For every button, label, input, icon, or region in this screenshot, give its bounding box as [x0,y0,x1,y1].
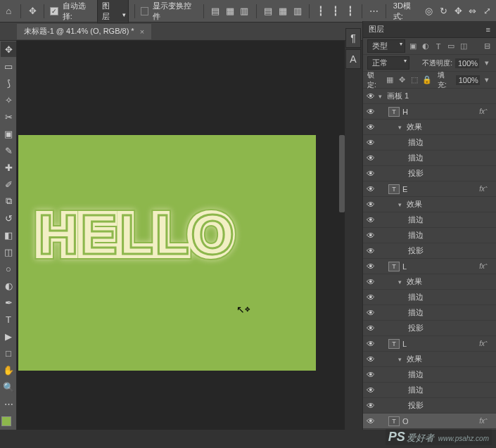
3d-pan-icon[interactable]: ✥ [452,5,464,18]
visibility-eye-icon[interactable]: 👁 [363,339,379,349]
visibility-eye-icon[interactable]: 👁 [363,184,379,194]
fx-badge[interactable]: fx [479,340,485,347]
visibility-eye-icon[interactable]: 👁 [363,293,379,302]
canvas-text-hello[interactable]: HELLO [37,203,234,267]
crop-tool[interactable]: ✂ [1,109,16,124]
effects-row[interactable]: 👁▾效果 [363,197,496,212]
shadow-effect-row[interactable]: 👁投影 [363,166,496,181]
magic-wand-tool[interactable]: ✧ [1,92,16,108]
visibility-eye-icon[interactable]: 👁 [363,231,379,241]
history-brush-tool[interactable]: ↺ [1,210,16,226]
opacity-chevron-icon[interactable]: ▾ [482,58,492,68]
text-layer-row[interactable]: 👁TLfx˄ [363,336,496,352]
layers-panel-header[interactable]: 图层 ≡ [363,21,496,38]
canvas-area[interactable]: HELLO ↖✥ [17,41,345,430]
distribute-h-icon[interactable]: ┇ [315,5,327,18]
home-icon[interactable]: ⌂ [3,5,15,18]
eyedropper-tool[interactable]: ✎ [1,143,16,158]
text-layer-row[interactable]: 👁THfx˄ [363,104,496,120]
stroke-effect-row[interactable]: 👁描边 [363,367,496,383]
pen-tool[interactable]: ✒ [1,295,16,310]
fill-chevron-icon[interactable]: ▾ [483,75,492,85]
frame-tool[interactable]: ▣ [1,126,16,141]
lock-artboard-icon[interactable]: ⬚ [410,75,419,85]
visibility-eye-icon[interactable]: 👁 [363,138,379,148]
expand-chevron-icon[interactable]: ▾ [398,124,407,131]
filter-type-icon[interactable]: T [433,41,443,51]
expand-chevron-icon[interactable]: ▾ [398,201,407,208]
fill-value[interactable]: 100% [456,75,480,85]
stroke-effect-row[interactable]: 👁描边 [363,135,496,151]
overflow-icon[interactable]: ⋯ [368,5,380,18]
healing-tool[interactable]: ✚ [1,160,16,175]
visibility-eye-icon[interactable]: 👁 [363,308,379,318]
visibility-eye-icon[interactable]: 👁 [363,153,379,163]
panel-menu-icon[interactable]: ≡ [486,25,490,34]
expand-chevron-icon[interactable]: ▾ [379,93,387,100]
layer-tree[interactable]: 👁▾画板 1👁THfx˄👁▾效果👁描边👁描边👁投影👁TEfx˄👁▾效果👁描边👁描… [363,89,496,430]
shadow-effect-row[interactable]: 👁投影 [363,321,496,336]
stamp-tool[interactable]: ⧉ [1,193,16,209]
fx-badge[interactable]: fx [479,108,485,115]
dodge-tool[interactable]: ◐ [1,278,16,293]
3d-orbit-icon[interactable]: ◎ [423,5,435,18]
expand-chevron-icon[interactable]: ▾ [398,356,407,363]
text-layer-row[interactable]: 👁TLfx˄ [363,259,496,274]
expand-chevron-icon[interactable]: ▾ [398,279,407,286]
artboard-canvas[interactable]: HELLO ↖✥ [18,135,316,371]
filter-pixel-icon[interactable]: ▣ [408,41,418,51]
blur-tool[interactable]: ○ [1,261,16,276]
shadow-effect-row[interactable]: 👁投影 [363,398,496,414]
foreground-swatch[interactable] [1,416,11,426]
filter-smart-icon[interactable]: ◫ [459,41,469,51]
panel-tab-character[interactable]: A [345,49,361,69]
filter-toggle[interactable]: ⊟ [482,41,492,51]
fx-badge[interactable]: fx [479,185,485,193]
marquee-tool[interactable]: ▭ [1,58,16,74]
visibility-eye-icon[interactable]: 👁 [363,370,379,380]
lasso-tool[interactable]: ⟆ [1,75,16,91]
visibility-eye-icon[interactable]: 👁 [363,169,379,179]
lock-pixels-icon[interactable]: ▦ [386,75,395,85]
lock-position-icon[interactable]: ✥ [398,75,407,85]
color-swatches[interactable] [0,415,16,428]
move-tool[interactable]: ✥ [1,41,16,57]
visibility-eye-icon[interactable]: 👁 [363,107,379,117]
text-layer-row[interactable]: 👁TOfx˄ [363,414,496,429]
visibility-eye-icon[interactable]: 👁 [363,324,379,333]
align-right-icon[interactable]: ▥ [239,5,250,18]
artboard-row[interactable]: 👁▾画板 1 [363,89,496,104]
3d-slide-icon[interactable]: ⇔ [467,5,479,18]
opacity-value[interactable]: 100% [455,58,479,68]
stroke-effect-row[interactable]: 👁描边 [363,290,496,305]
brush-tool[interactable]: ✐ [1,177,16,192]
align-left-icon[interactable]: ▤ [210,5,222,18]
visibility-eye-icon[interactable]: 👁 [363,215,379,225]
filter-shape-icon[interactable]: ▭ [446,41,456,51]
visibility-eye-icon[interactable]: 👁 [363,385,379,395]
shape-tool[interactable]: □ [1,345,16,361]
hand-tool[interactable]: ✋ [1,362,16,378]
fx-chevron-icon[interactable]: ˄ [485,186,492,193]
3d-scale-icon[interactable]: ⤢ [481,5,493,18]
distribute-v-icon[interactable]: ┇ [330,5,342,18]
path-select-tool[interactable]: ▶ [1,328,16,344]
auto-select-dropdown[interactable]: 图层 [97,0,128,23]
stroke-effect-row[interactable]: 👁描边 [363,228,496,243]
lock-all-icon[interactable]: 🔒 [422,75,432,85]
fx-chevron-icon[interactable]: ˄ [485,418,492,425]
visibility-eye-icon[interactable]: 👁 [363,200,379,210]
close-tab-icon[interactable]: × [140,27,144,36]
visibility-eye-icon[interactable]: 👁 [363,246,379,256]
visibility-eye-icon[interactable]: 👁 [363,401,379,411]
shadow-effect-row[interactable]: 👁投影 [363,243,496,259]
effects-row[interactable]: 👁▾效果 [363,120,496,135]
distribute-icon[interactable]: ┇ [344,5,356,18]
stroke-effect-row[interactable]: 👁描边 [363,305,496,321]
text-layer-row[interactable]: 👁TEfx˄ [363,181,496,197]
type-tool[interactable]: T [1,312,16,327]
fx-chevron-icon[interactable]: ˄ [485,340,492,347]
zoom-tool[interactable]: 🔍 [1,379,16,395]
stroke-effect-row[interactable]: 👁描边 [363,383,496,398]
fx-badge[interactable]: fx [479,262,485,270]
